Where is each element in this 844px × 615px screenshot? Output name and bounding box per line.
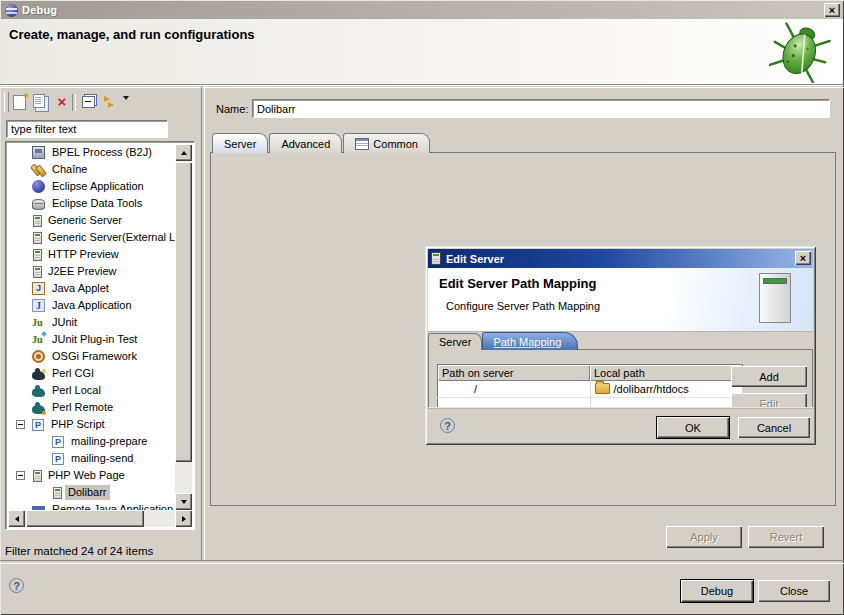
add-mapping-button[interactable]: Add: [731, 366, 807, 387]
configuration-tree: BPEL Process (B2J) Chaîne Eclipse Applic…: [8, 144, 175, 510]
scroll-left-button[interactable]: [8, 510, 25, 527]
tree-item[interactable]: Eclipse Data Tools: [8, 195, 175, 212]
tab-common[interactable]: Common: [343, 133, 430, 153]
eclipse-icon: [5, 4, 18, 17]
tree-item-icon: [32, 299, 45, 312]
folder-icon: [595, 383, 610, 394]
path-mapping-pane: Path on server Local path / /dolibarr/ht…: [428, 349, 813, 412]
tree-item[interactable]: Dolibarr: [8, 484, 175, 501]
content-top-divider: [0, 84, 844, 88]
tree-item[interactable]: Eclipse Application: [8, 178, 175, 195]
tree-item-icon: [53, 487, 62, 499]
arrow-right-icon: [182, 516, 186, 522]
close-button[interactable]: Close: [758, 580, 830, 602]
tree-item[interactable]: mailing-send: [8, 450, 175, 467]
tree-item-icon: [32, 405, 45, 414]
filter-button[interactable]: [100, 92, 120, 112]
delete-configuration-button[interactable]: ×: [52, 92, 72, 112]
name-input[interactable]: [252, 99, 830, 118]
tree-item[interactable]: Perl Remote: [8, 399, 175, 416]
cancel-button[interactable]: Cancel: [738, 417, 810, 438]
tree-item[interactable]: J2EE Preview: [8, 263, 175, 280]
dialog-heading: Edit Server Path Mapping: [439, 276, 596, 291]
tree-item-icon: [32, 371, 45, 380]
column-path-on-server[interactable]: Path on server: [438, 365, 591, 382]
tree-horizontal-scrollbar[interactable]: [8, 510, 192, 527]
tree-item-icon: [32, 350, 45, 363]
table-row[interactable]: / /dolibarr/htdocs: [438, 381, 743, 398]
local-path-cell: /dolibarr/htdocs: [590, 381, 743, 398]
tree-item-icon: [32, 180, 45, 193]
apply-button[interactable]: Apply: [666, 526, 742, 548]
banner: Create, manage, and run configurations: [1, 19, 843, 85]
scroll-up-button[interactable]: [175, 144, 192, 161]
name-label: Name:: [216, 103, 248, 115]
panel-sash[interactable]: [201, 86, 205, 560]
tree-expander-icon[interactable]: [16, 420, 25, 429]
duplicate-icon: [33, 94, 45, 108]
tree-item[interactable]: JUnit: [8, 314, 175, 331]
filter-status-text: Filter matched 24 of 24 items: [5, 545, 153, 557]
tree-vertical-scrollbar[interactable]: [175, 144, 192, 510]
collapse-all-button[interactable]: [78, 92, 98, 112]
new-configuration-button[interactable]: [9, 92, 29, 112]
tree-item-icon: [32, 388, 45, 397]
tree-item-icon: [33, 470, 42, 482]
dialog-close-button[interactable]: ×: [795, 251, 811, 265]
bug-icon: [769, 21, 831, 83]
dialog-header: Edit Server Path Mapping Configure Serve…: [428, 268, 813, 332]
tree-item-icon: [33, 249, 42, 261]
help-button[interactable]: ?: [9, 578, 24, 593]
tree-item[interactable]: Java Applet: [8, 280, 175, 297]
tree-item[interactable]: BPEL Process (B2J): [8, 144, 175, 161]
tree-item[interactable]: JUnit Plug-in Test: [8, 331, 175, 348]
tree-item[interactable]: Generic Server: [8, 212, 175, 229]
window-close-button[interactable]: ×: [824, 3, 840, 17]
tree-expander-icon[interactable]: [16, 471, 25, 480]
path-mapping-table[interactable]: Path on server Local path / /dolibarr/ht…: [437, 364, 743, 412]
revert-button[interactable]: Revert: [748, 526, 824, 548]
tab-server[interactable]: Server: [212, 133, 268, 153]
vertical-scroll-thumb[interactable]: [175, 162, 192, 462]
tree-item[interactable]: Chaîne: [8, 161, 175, 178]
filter-input[interactable]: [6, 120, 168, 138]
tree-item-icon: [32, 163, 45, 176]
tree-item[interactable]: HTTP Preview: [8, 246, 175, 263]
tree-item-icon: [52, 436, 64, 448]
dialog-titlebar[interactable]: Edit Server: [428, 249, 813, 268]
scroll-down-button[interactable]: [175, 493, 192, 510]
tree-item-icon: [32, 333, 45, 346]
arrow-left-icon: [15, 516, 19, 522]
column-local-path[interactable]: Local path: [590, 365, 743, 382]
dialog-help-button[interactable]: ?: [440, 418, 455, 433]
ok-button[interactable]: OK: [657, 417, 729, 438]
filter-icon: [103, 96, 117, 108]
scroll-right-button[interactable]: [175, 510, 192, 527]
duplicate-configuration-button[interactable]: [32, 92, 52, 112]
debug-button[interactable]: Debug: [681, 580, 753, 602]
tree-item[interactable]: Perl Local: [8, 382, 175, 399]
window-titlebar[interactable]: Debug: [1, 1, 843, 19]
tree-item[interactable]: OSGi Framework: [8, 348, 175, 365]
tree-item[interactable]: Perl CGI: [8, 365, 175, 382]
tree-item-icon: [32, 146, 45, 159]
dialog-tab-path-mapping[interactable]: Path Mapping: [482, 332, 578, 350]
debug-configurations-window: { "window": { "title": "Debug" }, "icons…: [0, 0, 844, 615]
banner-heading: Create, manage, and run configurations: [9, 27, 255, 42]
tree-item[interactable]: Generic Server(External La: [8, 229, 175, 246]
tab-advanced[interactable]: Advanced: [269, 133, 342, 153]
tree-item[interactable]: mailing-prepare: [8, 433, 175, 450]
new-configuration-icon: [13, 95, 26, 110]
dialog-tabs: Server Path Mapping: [428, 331, 578, 350]
delete-icon: ×: [58, 95, 67, 109]
tree-item[interactable]: PHP Script: [8, 416, 175, 433]
tree-item-icon: [33, 232, 42, 244]
horizontal-scroll-thumb[interactable]: [26, 510, 144, 527]
tree-item[interactable]: Java Application: [8, 297, 175, 314]
tree-item-icon: [32, 316, 45, 329]
tree-item[interactable]: PHP Web Page: [8, 467, 175, 484]
dialog-tab-server[interactable]: Server: [428, 333, 482, 350]
footer-divider: [0, 560, 844, 564]
toolbar-menu-button[interactable]: [123, 100, 129, 112]
tree-item[interactable]: Remote Java Application: [8, 501, 175, 510]
